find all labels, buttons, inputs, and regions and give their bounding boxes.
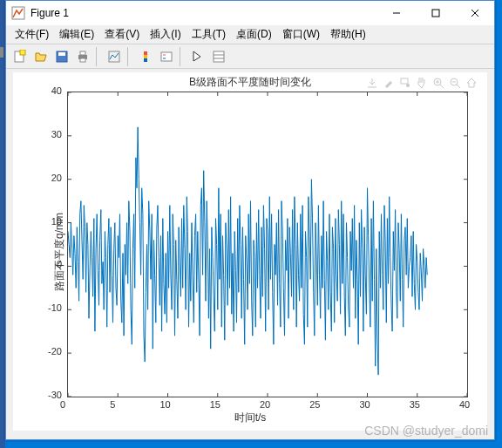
- menu-insert[interactable]: 插入(I): [145, 25, 186, 44]
- svg-rect-16: [161, 52, 172, 61]
- zoom-in-icon[interactable]: [431, 76, 445, 90]
- x-tick-label: 15: [210, 399, 220, 410]
- y-tick-label: -20: [48, 346, 62, 356]
- open-property-inspector-icon[interactable]: [209, 47, 228, 66]
- toolbar-separator: [180, 47, 185, 66]
- export-icon[interactable]: [365, 76, 379, 90]
- titlebar[interactable]: Figure 1: [6, 1, 494, 25]
- close-button[interactable]: [455, 1, 494, 25]
- link-plot-icon[interactable]: [105, 47, 124, 66]
- print-icon[interactable]: [73, 47, 92, 66]
- brush-icon[interactable]: [382, 76, 396, 90]
- x-tick-label: 40: [459, 399, 470, 410]
- x-tick-label: 10: [160, 399, 171, 410]
- new-figure-icon[interactable]: [10, 47, 30, 66]
- menu-tools[interactable]: 工具(T): [187, 25, 231, 44]
- toolbar: [6, 44, 494, 69]
- svg-rect-14: [144, 51, 147, 55]
- x-tick-label: 35: [410, 399, 420, 410]
- svg-rect-22: [401, 78, 408, 84]
- svg-rect-11: [80, 58, 85, 62]
- minimize-button[interactable]: [376, 1, 416, 25]
- svg-line-25: [440, 85, 444, 88]
- axes-toolbar: [365, 76, 478, 90]
- maximize-button[interactable]: [416, 1, 455, 25]
- y-tick-label: 40: [51, 85, 62, 96]
- svg-rect-2: [432, 10, 439, 17]
- datatips-icon[interactable]: [398, 76, 412, 90]
- edit-plot-icon[interactable]: [188, 47, 207, 66]
- svg-rect-8: [58, 52, 65, 56]
- menu-desktop[interactable]: 桌面(D): [231, 25, 277, 44]
- watermark: CSDN @studyer_domi: [364, 424, 488, 438]
- toolbar-separator: [96, 47, 101, 66]
- y-tick-label: 20: [51, 173, 62, 183]
- svg-line-29: [457, 85, 460, 88]
- y-tick-label: 0: [57, 259, 62, 269]
- x-tick-label: 5: [110, 399, 115, 410]
- x-tick-label: 30: [360, 399, 370, 410]
- zoom-out-icon[interactable]: [448, 76, 462, 90]
- svg-rect-19: [214, 51, 224, 62]
- svg-rect-10: [80, 51, 85, 55]
- open-icon[interactable]: [31, 47, 51, 66]
- matlab-figure-icon: [11, 6, 25, 20]
- menu-help[interactable]: 帮助(H): [325, 25, 371, 44]
- x-tick-label: 0: [60, 399, 65, 410]
- menu-edit[interactable]: 编辑(E): [54, 25, 99, 44]
- menubar: 文件(F) 编辑(E) 查看(V) 插入(I) 工具(T) 桌面(D) 窗口(W…: [6, 25, 494, 44]
- svg-point-23: [406, 84, 410, 87]
- x-tick-label: 20: [260, 399, 270, 410]
- line-plot: [68, 92, 467, 397]
- y-tick-label: -30: [48, 390, 62, 400]
- y-tick-label: 30: [51, 129, 62, 139]
- pan-icon[interactable]: [415, 76, 429, 90]
- insert-colorbar-icon[interactable]: [136, 47, 155, 66]
- plot-area: B级路面不平度随时间变化 路面不平度q/mm 时间t/s 05101520253…: [13, 72, 487, 431]
- menu-window[interactable]: 窗口(W): [277, 25, 325, 44]
- x-tick-label: 25: [309, 399, 320, 410]
- axes[interactable]: [67, 92, 468, 397]
- window-title: Figure 1: [31, 7, 376, 19]
- svg-rect-6: [20, 50, 25, 55]
- restore-view-icon[interactable]: [465, 76, 478, 90]
- save-icon[interactable]: [52, 47, 71, 66]
- menu-file[interactable]: 文件(F): [10, 25, 54, 44]
- figure-window: Figure 1 文件(F) 编辑(E) 查看(V) 插入(I) 工具(T) 桌…: [5, 0, 495, 440]
- svg-rect-15: [144, 58, 147, 62]
- y-tick-label: -10: [48, 302, 62, 313]
- toolbar-separator: [127, 47, 132, 66]
- y-tick-label: 10: [51, 216, 62, 227]
- insert-legend-icon[interactable]: [157, 47, 176, 66]
- menu-view[interactable]: 查看(V): [99, 25, 145, 44]
